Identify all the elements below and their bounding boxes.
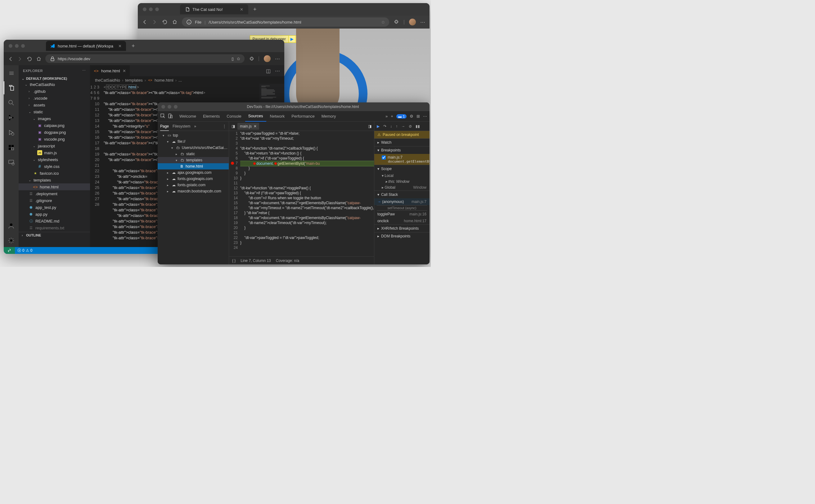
source-control-icon[interactable] (4, 111, 19, 124)
remote-explorer-icon[interactable] (4, 156, 19, 169)
search-icon[interactable] (4, 96, 19, 109)
dock-icon[interactable]: ◨ (232, 124, 235, 128)
tree-folder[interactable]: ›.vscode (19, 95, 90, 101)
tree-folder[interactable]: ▾🗀templates (158, 157, 229, 163)
tree-file[interactable]: ▣catpaw.png (19, 122, 90, 129)
tab-sources[interactable]: Sources (245, 111, 266, 122)
refresh-icon[interactable] (27, 56, 32, 61)
tree-file-selected[interactable]: 🗎home.html (158, 163, 229, 169)
editor-tab[interactable]: <> home.html ✕ (90, 65, 130, 76)
tab-welcome[interactable]: Welcome (176, 111, 199, 122)
deactivate-bp-icon[interactable]: ⊘ (409, 124, 412, 128)
tab-elements[interactable]: Elements (200, 111, 223, 122)
breadcrumb-item[interactable]: theCatSaidNo (95, 78, 120, 83)
avatar[interactable] (264, 55, 271, 62)
problems-indicator[interactable]: ⓧ0 ⚠0 (15, 247, 35, 254)
outline-section[interactable]: ›OUTLINE (19, 232, 90, 238)
tab-network[interactable]: Network (267, 111, 288, 122)
extensions-icon[interactable] (249, 56, 254, 61)
resume-button[interactable]: ▶ (288, 36, 295, 43)
close-icon[interactable]: ✕ (254, 124, 257, 128)
account-icon[interactable] (4, 219, 19, 232)
tree-folder[interactable]: ›.github (19, 88, 90, 95)
scope-this[interactable]: ▸ this: Window (374, 179, 430, 184)
tree-file[interactable]: ⬢app.py (19, 211, 90, 218)
tree-folder[interactable]: ▾🗀Users/chris/src/theCatSaidNo (158, 145, 229, 151)
step-into-icon[interactable]: ↓ (390, 124, 392, 128)
breadcrumb-item[interactable]: templates (125, 78, 142, 83)
pause-exceptions-icon[interactable]: ▮▮ (416, 124, 420, 128)
more-icon[interactable]: ⋯ (423, 114, 427, 119)
tree-file-selected[interactable]: <>home.html (19, 183, 90, 190)
scope-global[interactable]: ▸ GlobalWindow (374, 184, 430, 191)
back-icon[interactable] (142, 19, 148, 25)
tree-file[interactable]: ☰.gitignore (19, 197, 90, 204)
subtab-page[interactable]: Page (160, 124, 169, 131)
favorite-icon[interactable]: ✩ (237, 56, 240, 61)
forward-icon[interactable] (17, 56, 22, 61)
more-icon[interactable]: ⋯ (82, 69, 86, 73)
explorer-icon[interactable] (4, 81, 19, 94)
tree-file[interactable]: #style.css (19, 163, 90, 170)
favorite-icon[interactable]: ✩ (381, 20, 385, 25)
browser-tab[interactable]: The Cat said No! ✕ (180, 4, 248, 14)
step-out-icon[interactable]: ↑ (396, 124, 398, 128)
traffic-close[interactable] (9, 44, 12, 48)
call-frame[interactable]: → (anonymous)main.js:7 (374, 198, 430, 205)
vscode-browser-tab[interactable]: home.html — default (Workspa ✕ (46, 41, 126, 51)
breakpoints-section[interactable]: ▾Breakpoints (374, 146, 430, 154)
tree-origin[interactable]: ▸☁fonts.gstatic.com (158, 182, 229, 188)
remote-indicator[interactable] (4, 247, 15, 254)
tree-folder[interactable]: ⌄templates (19, 177, 90, 183)
call-frame[interactable]: togglePawmain.js:16 (374, 211, 430, 218)
chevron-icon[interactable]: » (385, 114, 388, 119)
watch-section[interactable]: ▸Watch (374, 138, 430, 146)
tree-folder[interactable]: ⌄theCatSaidNo (19, 81, 90, 88)
resume-icon[interactable]: ▶ (377, 124, 380, 128)
subtab-filesystem[interactable]: Filesystem (173, 124, 190, 128)
step-icon[interactable]: → (401, 124, 405, 128)
traffic-close[interactable] (143, 7, 146, 11)
more-icon[interactable]: ⋮ (223, 124, 226, 128)
tree-file[interactable]: ☰.deployment (19, 190, 90, 197)
xhr-section[interactable]: ▸XHR/fetch Breakpoints (374, 224, 430, 232)
avatar[interactable] (409, 19, 416, 25)
traffic-zoom[interactable] (174, 105, 178, 109)
tree-file[interactable]: ▣dogpaw.png (19, 129, 90, 136)
tree-origin[interactable]: ▸☁ajax.googleapis.com (158, 169, 229, 176)
traffic-minimize[interactable] (149, 7, 153, 11)
more-icon[interactable]: ⋯ (420, 19, 425, 25)
extensions-icon[interactable] (394, 19, 399, 25)
tree-folder[interactable]: ›assets (19, 101, 90, 108)
traffic-close[interactable] (161, 105, 165, 109)
home-icon[interactable] (36, 56, 41, 61)
tree-folder[interactable]: ⌄stylesheets (19, 156, 90, 163)
callstack-section[interactable]: ▾Call Stack (374, 191, 430, 198)
tree-file[interactable]: ⬢app_test.py (19, 204, 90, 211)
scope-section[interactable]: ▾Scope (374, 165, 430, 173)
reader-icon[interactable]: ▯ (232, 56, 234, 61)
tree-file[interactable]: ▣vscode.png (19, 136, 90, 142)
more-icon[interactable]: ⋯ (275, 68, 280, 74)
tree-folder[interactable]: ⌄javascript (19, 142, 90, 149)
tree-file[interactable]: ☰requirements.txt (19, 224, 90, 231)
tree-folder[interactable]: ⌄images (19, 115, 90, 122)
device-icon[interactable] (168, 113, 173, 119)
breadcrumb[interactable]: theCatSaidNo› templates› <> home.html› .… (90, 76, 284, 84)
traffic-minimize[interactable] (168, 105, 171, 109)
tree-origin[interactable]: ▸☁maxcdn.bootstrapcdn.com (158, 188, 229, 194)
new-tab-button[interactable]: + (132, 43, 135, 49)
toggle-icon[interactable]: ◨ (368, 124, 371, 128)
tree-origin[interactable]: ▸☁fonts.googleapis.com (158, 176, 229, 182)
vscode-address-bar[interactable]: https://vscode.dev ▯ ✩ (45, 54, 245, 63)
step-over-icon[interactable]: ↷ (383, 124, 386, 128)
back-icon[interactable] (8, 56, 13, 61)
file-tab[interactable]: main.js ✕ (237, 123, 259, 130)
plus-icon[interactable]: + (391, 114, 393, 119)
tab-performance[interactable]: Performance (288, 111, 317, 122)
tree-file[interactable]: JSmain.js (19, 149, 90, 156)
breadcrumb-item[interactable]: home.html (155, 78, 173, 83)
tree-file[interactable]: ⓘREADME.md (19, 218, 90, 224)
close-icon[interactable]: ✕ (240, 7, 243, 12)
tree-origin[interactable]: ▾☁file:// (158, 138, 229, 145)
